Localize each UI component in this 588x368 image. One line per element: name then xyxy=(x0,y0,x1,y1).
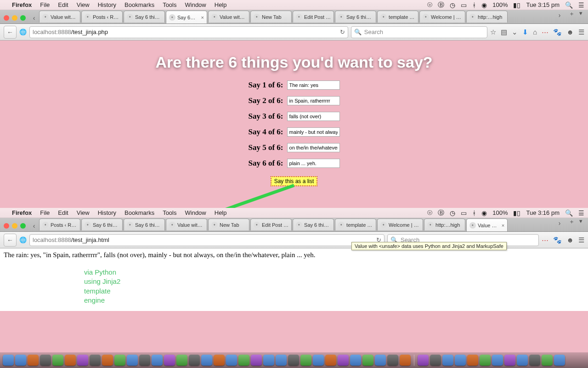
dock-app-icon[interactable] xyxy=(52,355,63,366)
dock-app-icon[interactable] xyxy=(300,355,311,366)
window-zoom-button[interactable] xyxy=(20,223,26,229)
dock-app-icon[interactable] xyxy=(263,355,274,366)
dock-app-icon[interactable] xyxy=(152,355,163,366)
browser-tab[interactable]: ∘Posts ‹ R… xyxy=(39,218,80,230)
dock-app-icon[interactable] xyxy=(251,355,262,366)
browser-tab[interactable]: ∘http:…high xyxy=(424,218,465,230)
browser-tab[interactable]: ∘Value wit… xyxy=(166,218,207,230)
hamburger-menu-icon[interactable]: ☰ xyxy=(578,28,584,36)
dock-app-icon[interactable] xyxy=(139,355,150,366)
wifi-icon[interactable]: ◉ xyxy=(481,1,487,9)
airplay-icon[interactable]: ▭ xyxy=(461,1,467,9)
dock-app-icon[interactable] xyxy=(480,355,491,366)
dock-app-icon[interactable] xyxy=(313,355,324,366)
chat-icon[interactable]: ☻ xyxy=(566,28,574,36)
search-bar[interactable]: 🔍 Search xyxy=(351,26,487,38)
dock-app-icon[interactable] xyxy=(467,355,478,366)
spotlight-icon[interactable]: 🔍 xyxy=(565,209,573,217)
dock-app-icon[interactable] xyxy=(189,355,200,366)
status-icon-clock[interactable]: ◷ xyxy=(450,209,455,217)
dock-app-icon[interactable] xyxy=(517,355,528,366)
browser-tab[interactable]: ∘Edit Post … xyxy=(293,11,334,23)
say-input-3[interactable] xyxy=(287,112,340,121)
hamburger-menu-icon[interactable]: ☰ xyxy=(578,236,584,244)
menu-history[interactable]: History xyxy=(98,1,116,8)
submit-button[interactable]: Say this as a list xyxy=(271,176,318,186)
browser-tab[interactable]: ∘template … xyxy=(335,218,376,230)
menu-window[interactable]: Window xyxy=(185,209,206,216)
dock-app-icon[interactable] xyxy=(28,355,39,366)
browser-tab[interactable]: ∘New Tab xyxy=(208,218,249,230)
browser-tab[interactable]: ∘Edit Post … xyxy=(250,218,292,230)
menu-bookmarks[interactable]: Bookmarks xyxy=(124,209,154,216)
tabstrip-scroll-right[interactable]: › xyxy=(555,218,564,229)
new-tab-button[interactable]: ＋ xyxy=(569,218,575,229)
app-name[interactable]: Firefox xyxy=(12,1,32,8)
dock-app-icon[interactable] xyxy=(288,355,299,366)
back-button[interactable]: ← xyxy=(4,26,17,39)
dock-app-icon[interactable] xyxy=(400,355,411,366)
app-name[interactable]: Firefox xyxy=(12,209,32,216)
status-icon[interactable]: ⦾ xyxy=(427,209,432,217)
status-icon-b[interactable]: Ⓑ xyxy=(438,209,444,217)
tab-close-icon[interactable]: × xyxy=(201,15,204,20)
status-icon-b[interactable]: Ⓑ xyxy=(438,1,444,9)
tabstrip-scroll-left[interactable]: ‹ xyxy=(29,220,39,231)
menu-tools[interactable]: Tools xyxy=(163,1,176,8)
dock-app-icon[interactable] xyxy=(90,355,101,366)
dock-trash-icon[interactable] xyxy=(554,355,565,366)
dock-app-icon[interactable] xyxy=(276,355,287,366)
say-input-2[interactable] xyxy=(287,96,340,105)
overflow-icon[interactable]: ⋯ xyxy=(542,28,548,36)
tabstrip-scroll-left[interactable]: ‹ xyxy=(29,12,39,23)
airplay-icon[interactable]: ▭ xyxy=(461,209,467,217)
menu-window[interactable]: Window xyxy=(185,1,206,8)
bluetooth-icon[interactable]: ᚼ xyxy=(472,1,476,9)
dock-app-icon[interactable] xyxy=(214,355,225,366)
status-icon-clock[interactable]: ◷ xyxy=(450,1,455,9)
menu-tools[interactable]: Tools xyxy=(163,209,176,216)
menu-help[interactable]: Help xyxy=(215,1,227,8)
browser-tab[interactable]: ∘Say 6 thi… xyxy=(81,218,123,230)
dock-app-icon[interactable] xyxy=(114,355,125,366)
browser-tab[interactable]: ∘Posts ‹ R… xyxy=(81,11,123,23)
window-zoom-button[interactable] xyxy=(20,15,26,21)
dock-app-icon[interactable] xyxy=(430,355,441,366)
browser-tab[interactable]: ∘Value …× xyxy=(466,218,508,231)
tabstrip-scroll-right[interactable]: › xyxy=(555,10,564,21)
window-close-button[interactable] xyxy=(4,223,9,229)
tab-list-button[interactable]: ▾ xyxy=(579,218,582,229)
new-tab-button[interactable]: ＋ xyxy=(569,10,575,21)
battery-icon[interactable]: ▮▯ xyxy=(513,1,520,9)
dock-app-icon[interactable] xyxy=(418,355,429,366)
dock-app-icon[interactable] xyxy=(3,355,14,366)
dock-app-icon[interactable] xyxy=(529,355,540,366)
bookmark-star-icon[interactable]: ☆ xyxy=(490,28,496,36)
browser-tab[interactable]: ∘http:…high xyxy=(466,11,508,23)
notification-center-icon[interactable]: ☰ xyxy=(578,209,584,217)
dock-app-icon[interactable] xyxy=(442,355,453,366)
browser-tab[interactable]: ∘Value wit… xyxy=(208,11,249,23)
menu-history[interactable]: History xyxy=(98,209,116,216)
dock-app-icon[interactable] xyxy=(542,355,553,366)
tab-close-icon[interactable]: × xyxy=(502,223,504,228)
dock-app-icon[interactable] xyxy=(350,355,361,366)
menubar-clock[interactable]: Tue 3:15 pm xyxy=(526,1,560,8)
dock-app-icon[interactable] xyxy=(238,355,249,366)
addon-icon[interactable]: 🐾 xyxy=(553,28,562,36)
say-input-6[interactable] xyxy=(287,159,340,168)
menu-view[interactable]: View xyxy=(77,1,90,8)
browser-tab[interactable]: ∘New Tab xyxy=(250,11,292,23)
dock-app-icon[interactable] xyxy=(387,355,398,366)
overflow-icon[interactable]: ⋯ xyxy=(542,236,548,244)
dock-app-icon[interactable] xyxy=(127,355,138,366)
wifi-icon[interactable]: ◉ xyxy=(481,209,487,217)
menu-edit[interactable]: Edit xyxy=(58,209,68,216)
dock-app-icon[interactable] xyxy=(492,355,503,366)
battery-percent[interactable]: 100% xyxy=(492,1,508,8)
reload-icon[interactable]: ↻ xyxy=(340,29,345,35)
menu-file[interactable]: File xyxy=(40,209,50,216)
browser-tab[interactable]: ∘Say 6 thi… xyxy=(124,218,165,230)
notification-center-icon[interactable]: ☰ xyxy=(578,1,584,9)
url-bar[interactable]: localhost:8888/test_jinja.html ↻ xyxy=(29,234,384,246)
